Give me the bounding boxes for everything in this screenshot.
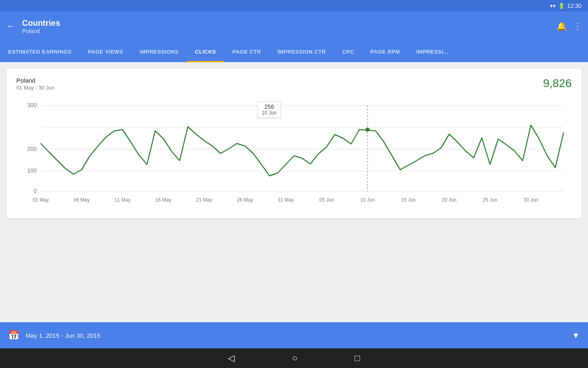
svg-text:31 May: 31 May	[278, 197, 294, 203]
back-button[interactable]: ←	[7, 21, 16, 31]
chart-svg: 300 200 100 0 01 May 06 May 11 May 16 Ma…	[16, 97, 572, 212]
svg-text:06 May: 06 May	[74, 197, 89, 203]
battery-icon: 🔋	[558, 3, 565, 9]
tab-cpc[interactable]: CPC	[334, 41, 362, 62]
nav-recents-button[interactable]: □	[355, 353, 360, 364]
more-options-icon[interactable]: ⋮	[573, 21, 581, 31]
chart-date-range: 01 May - 30 Jun	[16, 85, 54, 91]
page-subtitle: Poland	[22, 28, 557, 34]
tab-page-views[interactable]: PAGE VIEWS	[80, 41, 131, 62]
svg-text:100: 100	[27, 167, 37, 174]
main-content: Poland 01 May - 30 Jun 9,826 300 200 100…	[0, 62, 588, 322]
status-icons: ▾▾ 🔋 12:30	[550, 2, 581, 9]
app-bar-actions: 🔔 ⋮	[557, 21, 581, 31]
nav-home-button[interactable]: ○	[292, 353, 297, 364]
svg-text:16 May: 16 May	[155, 197, 171, 203]
chart-total: 9,826	[543, 77, 572, 90]
svg-text:05 Jun: 05 Jun	[319, 197, 334, 203]
date-bar[interactable]: 📅 May 1, 2015 - Jun 30, 2015 ▼	[0, 322, 588, 348]
wifi-icon: ▾▾	[550, 3, 556, 9]
app-bar-title: Countries Poland	[22, 18, 557, 34]
app-bar: ← Countries Poland 🔔 ⋮	[0, 11, 588, 41]
tab-estimated-earnings[interactable]: ESTIMATED EARNINGS	[0, 41, 80, 62]
nav-back-button[interactable]: ◁	[228, 353, 235, 364]
svg-text:15 Jun: 15 Jun	[401, 197, 416, 203]
chart-country: Poland	[16, 77, 54, 84]
tab-page-ctr[interactable]: PAGE CTR	[224, 41, 269, 62]
tab-impressi[interactable]: IMPRESSI...	[408, 41, 457, 62]
svg-text:300: 300	[27, 102, 37, 108]
svg-point-10	[365, 128, 370, 132]
tab-impression-ctr[interactable]: IMPRESSION CTR	[269, 41, 334, 62]
chart-info: Poland 01 May - 30 Jun	[16, 77, 54, 91]
chart-header: Poland 01 May - 30 Jun 9,826	[16, 77, 572, 91]
svg-text:0: 0	[33, 188, 37, 194]
status-time: 12:30	[567, 2, 581, 9]
svg-text:21 May: 21 May	[196, 197, 212, 203]
status-bar: ▾▾ 🔋 12:30	[0, 0, 588, 11]
svg-text:200: 200	[27, 146, 37, 152]
date-range-text: May 1, 2015 - Jun 30, 2015	[26, 332, 572, 339]
chart-area: 300 200 100 0 01 May 06 May 11 May 16 Ma…	[16, 97, 572, 212]
svg-text:10 Jun: 10 Jun	[360, 197, 375, 203]
notification-icon[interactable]: 🔔	[557, 21, 567, 31]
page-title: Countries	[22, 18, 557, 28]
svg-text:26 May: 26 May	[237, 197, 253, 203]
svg-text:01 May: 01 May	[33, 197, 49, 203]
calendar-icon: 📅	[8, 330, 19, 341]
tab-clicks[interactable]: CLICKS	[187, 41, 224, 62]
tab-page-rpm[interactable]: PAGE RPM	[362, 41, 408, 62]
nav-bar: ◁ ○ □	[0, 348, 588, 368]
chart-card: Poland 01 May - 30 Jun 9,826 300 200 100…	[7, 69, 581, 218]
tab-bar: ESTIMATED EARNINGS PAGE VIEWS IMPRESSION…	[0, 41, 588, 62]
svg-text:30 Jun: 30 Jun	[523, 197, 538, 203]
svg-text:25 Jun: 25 Jun	[483, 197, 497, 203]
dropdown-icon: ▼	[572, 331, 580, 340]
svg-text:20 Jun: 20 Jun	[442, 197, 457, 203]
tab-impressions[interactable]: IMPRESSIONS	[131, 41, 187, 62]
svg-text:11 May: 11 May	[114, 197, 130, 203]
